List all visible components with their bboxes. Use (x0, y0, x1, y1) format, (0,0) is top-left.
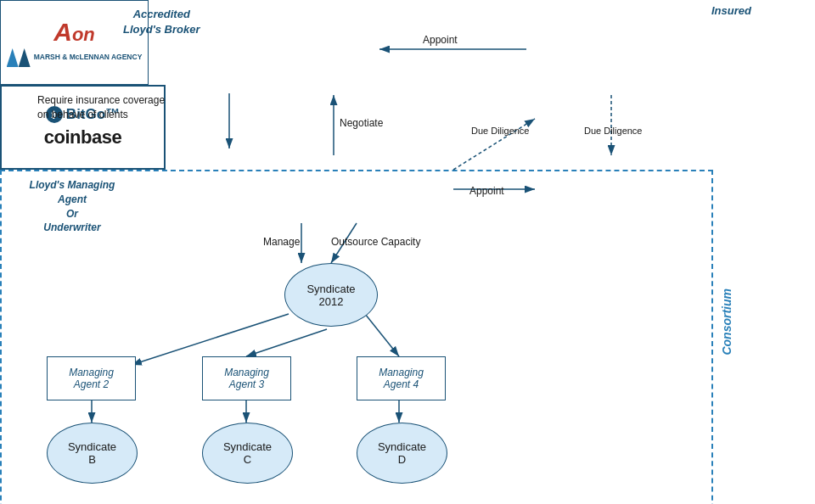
appoint-right-label: Appoint (469, 185, 504, 197)
syndicate-d: SyndicateD (357, 423, 447, 484)
diagram: Accredited Lloyd's Broker Aon MARSH & Mc… (0, 0, 815, 504)
lloyds-agent-label: Lloyd's Managing AgentOrUnderwriter (25, 178, 119, 235)
broker-label: Accredited Lloyd's Broker (123, 7, 200, 37)
syndicate-c: SyndicateC (202, 423, 293, 484)
aon-logo: Aon (53, 18, 95, 47)
outsource-label: Outsource Capacity (331, 236, 420, 248)
syndicate-2012: Syndicate2012 (284, 263, 378, 327)
managing-agent-2-box: ManagingAgent 2 (47, 356, 136, 400)
insured-label: Insured (711, 4, 751, 17)
coinbase-logo: coinbase (44, 126, 121, 148)
appoint-top-label: Appoint (423, 34, 458, 46)
due-diligence-right-label: Due Diligence (584, 126, 642, 136)
require-label: Require insurance coverage on behave of … (37, 93, 165, 122)
managing-agent-4-box: ManagingAgent 4 (357, 356, 446, 400)
consortium-label: Consortium (720, 288, 734, 356)
negotiate-label: Negotiate (340, 117, 383, 129)
due-diligence-left-label: Due Diligence (471, 126, 529, 136)
managing-agent-3-box: ManagingAgent 3 (202, 356, 291, 400)
marsh-text: MARSH & McLENNAN AGENCY (34, 53, 143, 62)
marsh-logo: MARSH & McLENNAN AGENCY (7, 48, 143, 67)
manage-label: Manage (263, 236, 300, 248)
syndicate-b: SyndicateB (47, 423, 138, 484)
